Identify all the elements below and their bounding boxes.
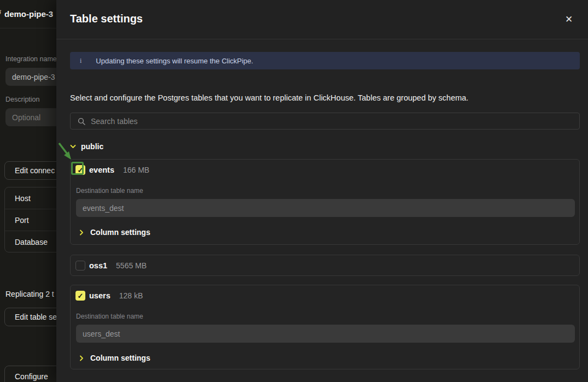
table-settings-modal: Table settings ✕ i Updating these settin… <box>56 0 588 382</box>
search-icon <box>78 117 85 125</box>
info-banner-text: Updating these settings will resume the … <box>96 57 253 65</box>
info-banner: i Updating these settings will resume th… <box>70 52 580 69</box>
column-settings-toggle[interactable]: Column settings <box>79 228 150 237</box>
pipe-title: demo-pipe-3 <box>4 9 53 19</box>
oss1-checkbox[interactable] <box>75 261 85 271</box>
destination-table-label: Destination table name <box>76 187 143 195</box>
chevron-right-icon <box>79 355 84 361</box>
chevron-down-icon <box>70 144 76 149</box>
replicating-status-text: Replicating 2 t <box>5 290 54 298</box>
modal-title: Table settings <box>70 13 143 25</box>
modal-header: Table settings ✕ <box>56 0 588 39</box>
table-size: 166 MB <box>123 166 149 174</box>
schema-name: public <box>81 142 103 151</box>
table-size: 128 kB <box>119 291 143 300</box>
table-card-users: ✓ users 128 kB Destination table name Co… <box>70 285 580 369</box>
search-input[interactable] <box>85 117 579 126</box>
table-name: events <box>89 166 114 174</box>
chevron-right-icon <box>79 230 84 236</box>
destination-table-input[interactable] <box>76 199 575 217</box>
destination-table-label: Destination table name <box>76 313 143 320</box>
table-name: users <box>89 291 110 300</box>
schema-group-public[interactable]: public <box>70 142 103 151</box>
table-row: ✓ users 128 kB <box>75 291 143 301</box>
integration-name-label: Integration name <box>5 55 57 63</box>
refresh-icon: ↺ <box>0 8 2 17</box>
search-box <box>70 113 580 130</box>
column-settings-toggle[interactable]: Column settings <box>79 354 150 362</box>
table-row: ✓ events 166 MB <box>75 165 149 175</box>
info-icon: i <box>80 57 81 65</box>
destination-table-input[interactable] <box>76 325 575 343</box>
table-row: oss1 5565 MB <box>75 261 147 271</box>
users-checkbox[interactable]: ✓ <box>75 291 85 301</box>
table-name: oss1 <box>89 261 107 270</box>
description-label: Description <box>5 96 40 103</box>
table-card-events: ✓ events 166 MB Destination table name C… <box>70 159 580 245</box>
events-checkbox[interactable]: ✓ <box>75 165 85 175</box>
column-settings-label: Column settings <box>90 354 150 362</box>
column-settings-label: Column settings <box>90 228 150 237</box>
modal-description: Select and configure the Postgres tables… <box>70 93 468 102</box>
table-size: 5565 MB <box>116 261 147 270</box>
close-icon[interactable]: ✕ <box>562 13 575 26</box>
table-card-oss1: oss1 5565 MB <box>70 255 580 276</box>
